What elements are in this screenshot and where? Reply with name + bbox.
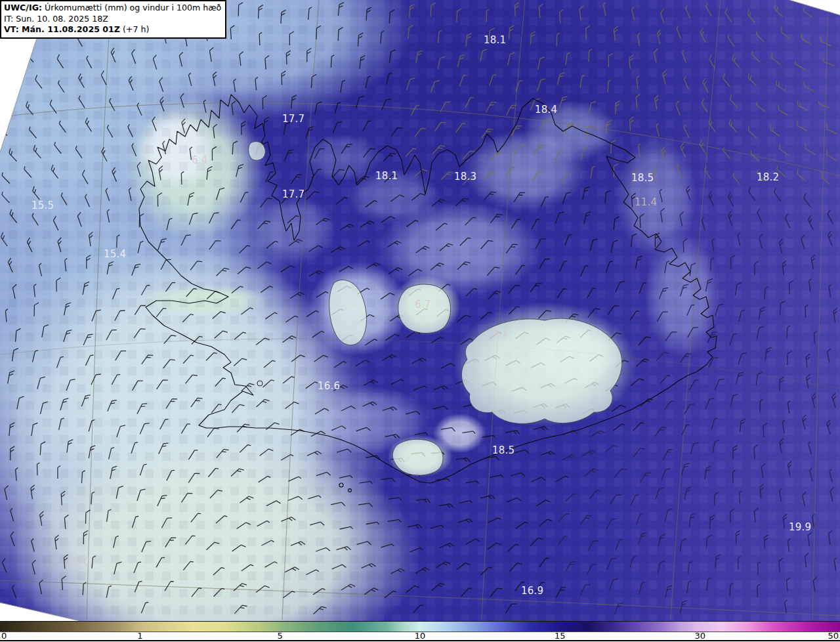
valid-time: VT: Mán. 11.08.2025 01Z (+7 h) <box>4 24 221 35</box>
colorbar-tick: 0 <box>1 631 7 641</box>
colorbar-tick: 5 <box>278 631 283 641</box>
colorbar-tick: 50 <box>828 631 839 641</box>
colorbar-tick: 1 <box>137 631 142 641</box>
product-name: Úrkomumætti (mm) og vindur i 100m hæð <box>42 3 221 12</box>
map-canvas: 18.117.718.46.418.118.318.518.217.711.41… <box>0 0 840 621</box>
product-id: UWC/IG: <box>4 3 42 12</box>
map-title-box: UWC/IG: Úrkomumætti (mm) og vindur i 100… <box>0 0 226 39</box>
precip-wind-field <box>0 0 840 621</box>
init-time: IT: Sun. 10. 08. 2025 18Z <box>4 14 221 25</box>
product-line: UWC/IG: Úrkomumætti (mm) og vindur i 100… <box>4 3 221 14</box>
colorbar-tick: 15 <box>555 631 566 641</box>
weather-map-screenshot: 18.117.718.46.418.118.318.518.217.711.41… <box>0 0 840 642</box>
colorbar-tick: 10 <box>415 631 426 641</box>
colorbar-tick: 30 <box>694 631 705 641</box>
colorbar: 01510153050 <box>0 621 840 642</box>
colorbar-tick-labels: 01510153050 <box>0 632 840 641</box>
